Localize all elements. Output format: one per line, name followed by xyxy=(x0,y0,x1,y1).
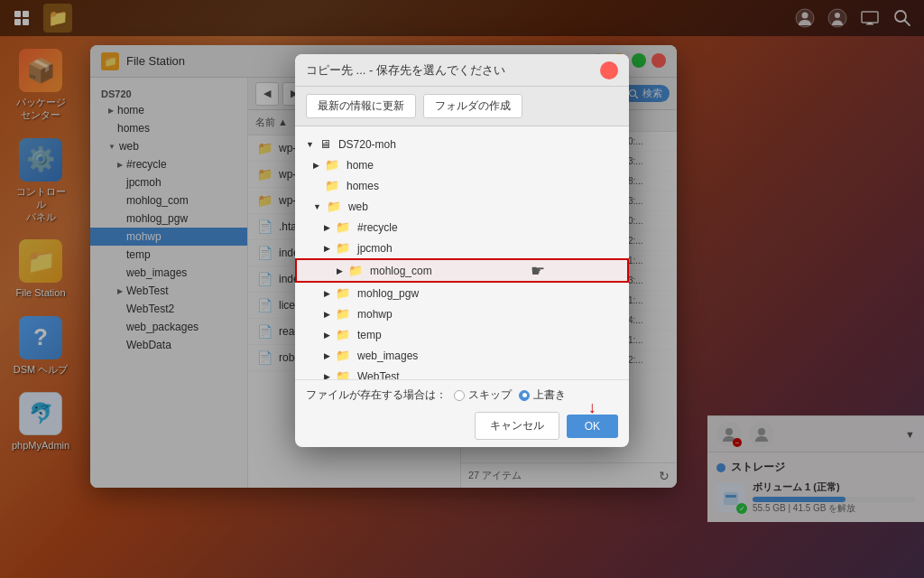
dialog-buttons: キャンセル ↓ OK xyxy=(306,412,618,440)
tree-item-ds720[interactable]: ▼ 🖥 DS720-moh xyxy=(295,134,629,154)
create-folder-btn[interactable]: フォルダの作成 xyxy=(423,94,522,118)
dialog-close-button[interactable]: ✕ xyxy=(600,61,618,79)
tree-item-webtest[interactable]: ▶ 📁 WebTest xyxy=(295,366,629,379)
dialog-footer: ファイルが存在する場合は： スキップ 上書き キャンセル ↓ OK xyxy=(295,379,629,447)
copy-dialog: コピー先 ... - 保存先を選んでください ✕ 最新の情報に更新 フォルダの作… xyxy=(295,54,629,447)
expand-icon: ▶ xyxy=(324,351,330,360)
expand-icon: ▶ xyxy=(324,310,330,319)
tree-label: mohlog_pgw xyxy=(357,287,419,300)
expand-icon: ▶ xyxy=(324,372,330,380)
desktop: 📁 xyxy=(0,0,924,578)
tree-label: WebTest xyxy=(357,370,399,380)
tree-item-jpcmoh[interactable]: ▶ 📁 jpcmoh xyxy=(295,238,629,258)
skip-option[interactable]: スキップ xyxy=(454,387,512,403)
expand-icon: ▶ xyxy=(337,266,343,275)
folder-icon: 📁 xyxy=(336,286,350,300)
tree-item-web-images[interactable]: ▶ 📁 web_images xyxy=(295,345,629,366)
folder-icon: 📁 xyxy=(327,200,341,213)
dialog-toolbar: 最新の情報に更新 フォルダの作成 xyxy=(295,87,629,126)
overwrite-label: 上書き xyxy=(533,387,566,403)
folder-icon: 📁 xyxy=(336,307,350,321)
dialog-tree: ▼ 🖥 DS720-moh ▶ 📁 home ▶ 📁 homes ▼ 📁 xyxy=(295,126,629,379)
expand-icon: ▶ xyxy=(324,244,330,253)
ok-btn-wrapper: ↓ OK xyxy=(567,415,618,438)
expand-icon: ▶ xyxy=(313,161,319,170)
folder-icon: 📁 xyxy=(325,158,339,172)
cursor-hand-icon: ☛ xyxy=(531,261,545,281)
tree-item-recycle[interactable]: ▶ 📁 #recycle xyxy=(295,217,629,238)
tree-item-mohwp[interactable]: ▶ 📁 mohwp xyxy=(295,303,629,324)
tree-label: temp xyxy=(357,329,382,341)
file-exists-label: ファイルが存在する場合は： xyxy=(306,387,447,403)
tree-label: jpcmoh xyxy=(357,242,393,255)
tree-item-homes[interactable]: ▶ 📁 homes xyxy=(295,175,629,196)
server-icon: 🖥 xyxy=(319,137,331,151)
folder-icon: 📁 xyxy=(336,220,350,234)
overwrite-radio[interactable] xyxy=(519,390,530,401)
tree-label: home xyxy=(346,159,374,172)
expand-icon: ▶ xyxy=(324,223,330,232)
tree-label: homes xyxy=(346,180,379,192)
expand-icon: ▶ xyxy=(324,331,330,340)
folder-icon: 📁 xyxy=(336,328,350,341)
expand-icon: ▼ xyxy=(306,140,314,149)
folder-icon: 📁 xyxy=(336,349,350,362)
folder-icon: 📁 xyxy=(325,179,339,192)
skip-label: スキップ xyxy=(468,387,512,403)
tree-item-mohlog-pgw[interactable]: ▶ 📁 mohlog_pgw xyxy=(295,283,629,303)
overwrite-option[interactable]: 上書き xyxy=(519,387,566,403)
dialog-titlebar: コピー先 ... - 保存先を選んでください ✕ xyxy=(295,54,629,87)
tree-item-home[interactable]: ▶ 📁 home xyxy=(295,154,629,175)
tree-label: web_images xyxy=(357,350,418,362)
skip-radio[interactable] xyxy=(454,390,465,401)
folder-icon: 📁 xyxy=(336,369,350,379)
tree-label: mohlog_com xyxy=(370,265,432,277)
dialog-title: コピー先 ... - 保存先を選んでください xyxy=(306,62,600,79)
tree-label: #recycle xyxy=(357,221,398,234)
folder-icon: 📁 xyxy=(348,264,363,277)
expand-icon: ▼ xyxy=(313,202,321,211)
dialog-overlay: コピー先 ... - 保存先を選んでください ✕ 最新の情報に更新 フォルダの作… xyxy=(0,0,924,578)
tree-label: mohwp xyxy=(357,308,393,321)
tree-label: web xyxy=(348,200,368,213)
file-exists-options: ファイルが存在する場合は： スキップ 上書き xyxy=(306,387,618,403)
folder-icon: 📁 xyxy=(336,241,350,255)
tree-label: DS720-moh xyxy=(338,138,396,151)
tree-item-mohlog-com[interactable]: ▶ 📁 mohlog_com ☛ xyxy=(295,258,629,283)
cancel-button[interactable]: キャンセル xyxy=(475,412,559,440)
tree-item-temp[interactable]: ▶ 📁 temp xyxy=(295,324,629,345)
ok-button[interactable]: OK xyxy=(567,415,618,438)
tree-item-web[interactable]: ▼ 📁 web xyxy=(295,196,629,217)
refresh-btn[interactable]: 最新の情報に更新 xyxy=(306,94,416,118)
expand-icon: ▶ xyxy=(324,289,330,298)
